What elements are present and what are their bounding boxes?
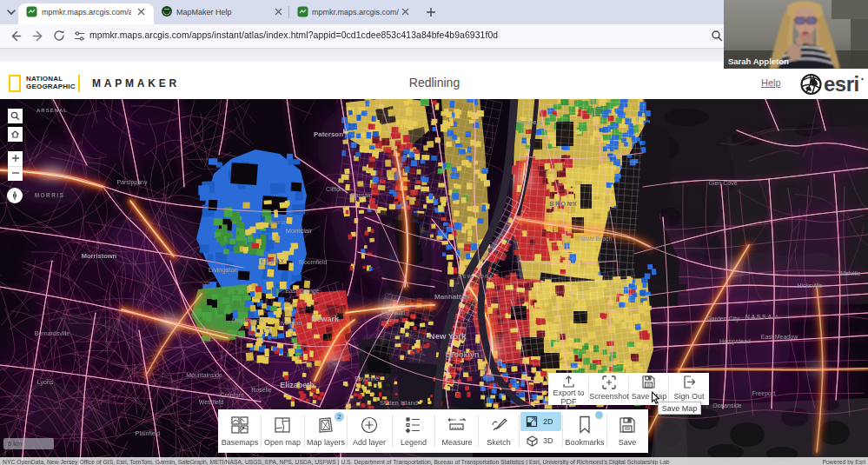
svg-text:Livingston: Livingston (209, 266, 238, 274)
svg-text:Clifton: Clifton (326, 186, 343, 192)
svg-text:BRONX: BRONX (550, 201, 579, 207)
svg-text:Silver Beach: Silver Beach (580, 236, 613, 242)
svg-text:Parsippany: Parsippany (116, 179, 148, 186)
svg-text:Sarah Appleton: Sarah Appleton (728, 56, 789, 66)
svg-text:ESSEX: ESSEX (261, 258, 286, 264)
svg-text:Oceanside: Oceanside (712, 402, 742, 409)
svg-text:Hicksville: Hicksville (797, 282, 822, 289)
svg-text:Hempstead: Hempstead (719, 338, 751, 345)
svg-text:Verona: Verona (268, 219, 286, 225)
svg-text:Bernardsville: Bernardsville (35, 330, 70, 336)
svg-text:NEW YORK: NEW YORK (458, 274, 494, 279)
svg-text:esri: esri (824, 73, 859, 96)
svg-text:MORRIS: MORRIS (35, 192, 64, 198)
svg-text:ARSENAL: ARSENAL (36, 108, 68, 113)
svg-text:Manhattan: Manhattan (434, 293, 469, 301)
svg-text:Brooklyn: Brooklyn (445, 350, 479, 359)
svg-text:Bayonne: Bayonne (354, 375, 379, 382)
svg-text:Staten Island: Staten Island (380, 399, 418, 407)
svg-text:Mountainside: Mountainside (186, 372, 222, 378)
svg-text:Garden City: Garden City (706, 316, 739, 322)
svg-text:Maplewood: Maplewood (232, 317, 263, 324)
svg-text:Cranford: Cranford (220, 392, 243, 398)
svg-text:Plainfield: Plainfield (136, 430, 161, 436)
svg-text:Bloomfield: Bloomfield (299, 259, 328, 265)
svg-text:Harrison: Harrison (382, 309, 406, 316)
svg-text:NASSAU: NASSAU (745, 314, 779, 320)
svg-text:Morristown: Morristown (82, 252, 117, 260)
svg-text:Glen Cove: Glen Cove (708, 180, 737, 186)
svg-text:Newark: Newark (311, 315, 340, 323)
svg-text:Paterson: Paterson (314, 130, 343, 138)
svg-text:Montclair: Montclair (286, 227, 313, 235)
svg-text:East Orange: East Orange (285, 288, 319, 295)
svg-text:Westfield: Westfield (199, 399, 224, 405)
svg-text:Lyons: Lyons (37, 379, 54, 386)
svg-text:Melville: Melville (840, 270, 860, 276)
svg-text:New York: New York (429, 331, 467, 341)
svg-text:Irvington: Irvington (279, 320, 302, 327)
svg-text:Roselle: Roselle (251, 387, 271, 393)
svg-text:Freeport: Freeport (752, 390, 776, 397)
svg-text:Passaic: Passaic (351, 192, 373, 198)
svg-text:Yonkers: Yonkers (517, 118, 542, 126)
svg-text:East Meadow: East Meadow (761, 334, 798, 340)
svg-text:Elizabeth: Elizabeth (280, 381, 315, 389)
